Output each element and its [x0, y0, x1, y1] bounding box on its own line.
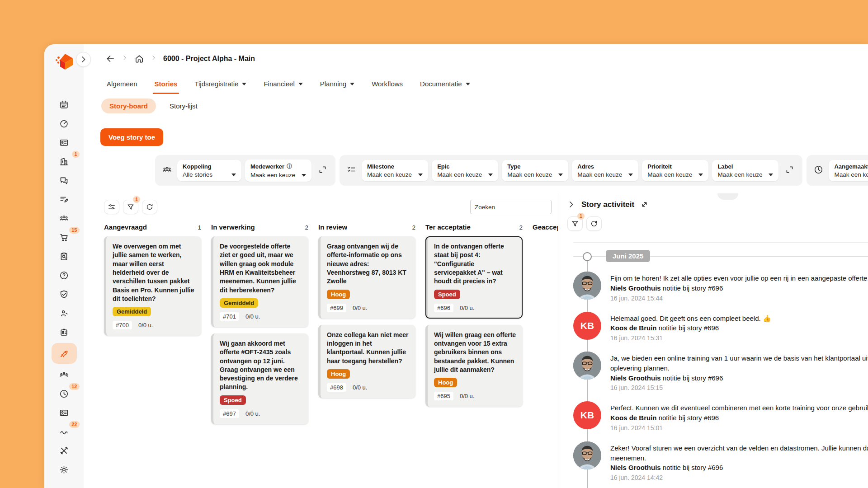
page-title: 6000 - Project Alpha - Main — [163, 55, 255, 63]
priority-badge: Spoed — [220, 395, 246, 405]
tab-documentatie[interactable]: Documentatie — [420, 73, 470, 94]
sidebar-item-chat[interactable] — [52, 171, 77, 190]
kanban-column-aangevraagd: Aangevraagd1We overwegen om met jullie s… — [104, 223, 201, 488]
sidebar-item-org-group[interactable] — [52, 365, 77, 384]
filter-epic[interactable]: EpicMaak een keuze — [432, 160, 498, 181]
drawer-handle[interactable] — [717, 193, 738, 200]
chevron-right-icon[interactable] — [566, 200, 576, 209]
story-hours: 0/0 u. — [245, 410, 260, 417]
board-refresh-button[interactable] — [142, 200, 157, 214]
story-text: We overwegen om met jullie samen te werk… — [113, 242, 195, 303]
board-filter-button[interactable]: 1 — [123, 200, 138, 214]
story-text: In de ontvangen offerte staat bij post 4… — [434, 242, 516, 286]
refresh-icon — [590, 220, 598, 228]
story-card-698[interactable]: Onze collega kan niet meer inloggen in h… — [318, 325, 415, 398]
activity-timeline: Juni 2025 Fijn om te horen! Ik zet alle … — [573, 242, 868, 488]
tab-workflows[interactable]: Workflows — [372, 73, 403, 94]
sidebar-item-rocket[interactable] — [52, 343, 77, 364]
story-hours: 0/0 u. — [353, 384, 368, 391]
sidebar-item-clock[interactable]: 12 — [52, 384, 77, 403]
story-id: #701 — [220, 312, 239, 321]
expand-icon — [318, 165, 327, 174]
filter-label[interactable]: LabelMaak een keuze — [712, 160, 778, 181]
filter-koppeling[interactable]: KoppelingAlle stories — [177, 160, 241, 181]
sidebar-item-gauge[interactable] — [52, 114, 77, 133]
chevron-down-icon — [242, 83, 246, 85]
activity-entry[interactable]: KBPerfect. Kunnen we dit eventueel combi… — [573, 401, 868, 432]
tab-stories[interactable]: Stories — [155, 73, 178, 94]
story-card-697[interactable]: Wij gaan akkoord met offerte #OFT-2435 z… — [211, 333, 308, 424]
add-story-button[interactable]: Voeg story toe — [100, 128, 163, 146]
sidebar-item-trend[interactable]: 22 — [52, 422, 77, 441]
tab-planning[interactable]: Planning — [320, 73, 354, 94]
filter-label: Type — [507, 163, 563, 170]
back-arrow-icon[interactable] — [105, 54, 115, 64]
sidebar-item-building[interactable]: 1 — [52, 152, 77, 171]
filter-expand-button[interactable] — [782, 165, 797, 176]
tab-algemeen[interactable]: Algemeen — [107, 73, 137, 94]
app-logo-icon[interactable] — [54, 52, 76, 73]
home-icon[interactable] — [134, 54, 144, 64]
tab-label: Stories — [155, 80, 178, 88]
subtab-story-board[interactable]: Story-board — [101, 99, 156, 113]
sidebar-item-cart[interactable]: 15 — [52, 228, 77, 247]
sidebar-item-notes[interactable] — [52, 190, 77, 209]
story-card-699[interactable]: Graag ontvangen wij de offerte-informati… — [318, 236, 415, 319]
story-id: #698 — [327, 383, 346, 392]
story-card-701[interactable]: De voorgestelde offerte ziet er goed uit… — [211, 236, 308, 327]
timestamp: 16 jun. 2024 14:42 — [610, 474, 868, 481]
sidebar-item-help[interactable] — [52, 266, 77, 285]
sidebar-item-contact-card[interactable] — [52, 133, 77, 152]
story-card-695[interactable]: Wij willen graag een offerte ontvangen v… — [425, 325, 523, 407]
filter-medewerker[interactable]: Medewerker ⓘMaak een keuze — [245, 160, 311, 182]
board-settings-button[interactable] — [104, 200, 119, 214]
story-card-696[interactable]: In de ontvangen offerte staat bij post 4… — [425, 236, 523, 319]
activity-entry[interactable]: Fijn om te horen! Ik zet alle opties eve… — [573, 272, 868, 302]
note-text: Zeker! Vooraf sturen we een overzicht va… — [610, 443, 868, 453]
filter-bar: KoppelingAlle storiesMedewerker ⓘMaak ee… — [84, 155, 868, 186]
story-id: #696 — [434, 304, 453, 312]
tab-financieel[interactable]: Financieel — [264, 73, 302, 94]
note-text: oplevering plannen. — [610, 363, 868, 373]
sidebar-collapse-button[interactable] — [76, 52, 91, 67]
filter-expand-button[interactable] — [315, 165, 330, 176]
building-icon — [59, 157, 69, 166]
sidebar-item-contact-card[interactable] — [52, 403, 77, 422]
person-icon — [59, 309, 69, 318]
sidebar-item-person[interactable] — [52, 304, 77, 323]
filter-label: Prioriteit — [647, 163, 703, 170]
filter-prioriteit[interactable]: PrioriteitMaak een keuze — [642, 160, 708, 181]
story-id: #695 — [434, 392, 453, 400]
expand-arrow-icon[interactable] — [640, 200, 649, 209]
activity-entry[interactable]: Ja, we bieden een online training van 1 … — [573, 352, 868, 391]
filter-value: Alle stories — [183, 171, 212, 178]
subtab-bar: Story-boardStory-lijst — [84, 94, 868, 117]
people-icon — [59, 214, 69, 223]
sidebar-item-gear[interactable] — [52, 460, 77, 479]
sidebar-item-clipboard-search[interactable] — [52, 247, 77, 266]
filter-label: Epic — [437, 163, 493, 170]
story-board: 1 Aangevraagd1We overwegen om met jullie… — [84, 193, 558, 488]
sidebar-item-calendar[interactable] — [52, 95, 77, 114]
activity-entry[interactable]: Zeker! Vooraf sturen we een overzicht va… — [573, 441, 868, 481]
filter-aangemaakt-gewijzigd-op[interactable]: Aangemaakt/gewijzigd opMaak een keuze — [829, 160, 868, 181]
filter-label: Milestone — [367, 163, 423, 170]
sidebar-item-tools[interactable] — [52, 441, 77, 460]
story-hours: 0/0 u. — [460, 393, 475, 399]
cart-icon — [59, 233, 69, 242]
filter-milestone[interactable]: MilestoneMaak een keuze — [362, 160, 428, 181]
filter-adres[interactable]: AdresMaak een keuze — [572, 160, 638, 181]
sidebar-item-shield-check[interactable] — [52, 285, 77, 304]
activity-entry[interactable]: KBHelemaal goed. Dit geeft ons een compl… — [573, 312, 868, 342]
story-text: Onze collega kan niet meer inloggen in h… — [327, 331, 409, 366]
search-input[interactable] — [470, 200, 552, 214]
board-toolbar: 1 — [104, 200, 552, 214]
sidebar-item-people[interactable] — [52, 209, 77, 228]
activity-refresh-button[interactable] — [586, 216, 602, 231]
tab-tijdsregistratie[interactable]: Tijdsregistratie — [194, 73, 246, 94]
subtab-story-lijst[interactable]: Story-lijst — [161, 99, 206, 113]
sidebar-item-id-badge[interactable] — [52, 323, 77, 342]
activity-filter-button[interactable]: 1 — [567, 216, 583, 231]
story-card-700[interactable]: We overwegen om met jullie samen te werk… — [104, 236, 201, 336]
filter-type[interactable]: TypeMaak een keuze — [502, 160, 568, 181]
